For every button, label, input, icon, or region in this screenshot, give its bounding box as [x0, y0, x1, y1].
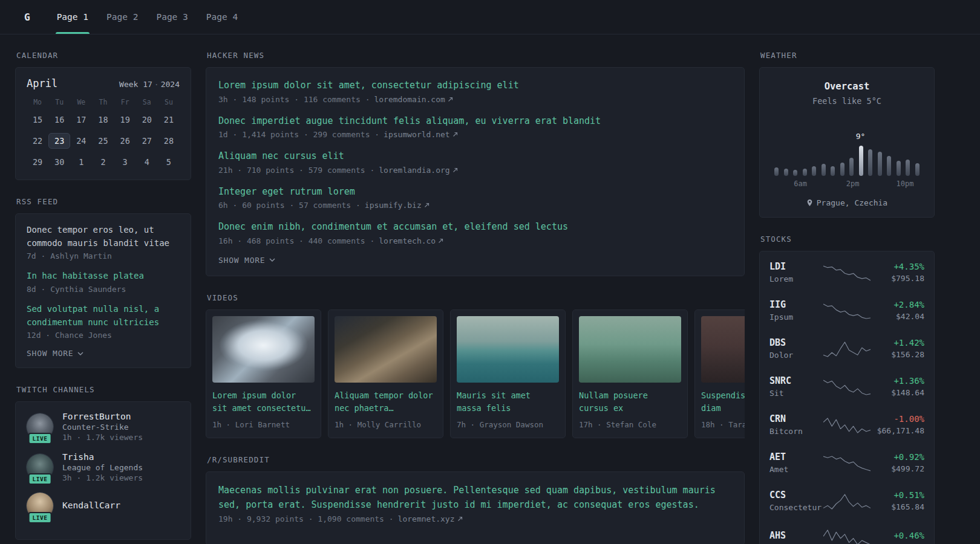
external-link-icon [448, 97, 453, 102]
twitch-channel-row[interactable]: LIVE ForrestBurton Counter-Strike 1h · 1… [27, 412, 180, 442]
tab-page-3[interactable]: Page 3 [155, 0, 189, 34]
hn-item-domain-link[interactable]: loremtech.co [379, 236, 443, 245]
hn-item-meta: 16h · 468 points · 440 comments · loremt… [218, 236, 732, 245]
video-title: Lorem ipsum dolor sit amet consectetu… [212, 389, 315, 415]
rss-item-link[interactable]: In hac habitasse platea [27, 270, 180, 283]
stock-price: $499.72 [871, 464, 924, 473]
dashboard-grid: CALENDAR April Week 17·2024 Mo Tu We Th … [0, 34, 980, 544]
stock-row[interactable]: CCS Consectetur +0.51% $165.84 [769, 482, 924, 520]
stock-id: IIG Ipsum [769, 299, 823, 322]
left-column: CALENDAR April Week 17·2024 Mo Tu We Th … [15, 51, 191, 544]
hn-item-domain-link[interactable]: loremdomain.com [374, 95, 452, 104]
stock-row[interactable]: DBS Dolor +1.42% $156.28 [769, 329, 924, 368]
hn-item-stats: 3h · 148 points · 116 comments · [218, 95, 370, 104]
hn-item-domain-link[interactable]: ipsumworld.net [384, 130, 458, 139]
hn-item: Aliquam nec cursus elit 21h · 710 points… [218, 149, 732, 175]
hn-item-link[interactable]: Aliquam nec cursus elit [218, 149, 732, 163]
hn-show-more-button[interactable]: SHOW MORE [218, 256, 732, 265]
video-card[interactable]: Mauris sit amet massa felis 7h · Grayson… [450, 309, 566, 438]
calendar-day: 4 [136, 154, 158, 170]
weather-bar [803, 169, 807, 176]
rss-item-link[interactable]: Donec tempor eros leo, ut commodo mauris… [27, 224, 180, 250]
hn-item-domain-link[interactable]: ipsumify.biz [365, 201, 430, 210]
hn-item-link[interactable]: Integer eget rutrum lorem [218, 185, 732, 199]
weather-bar [868, 149, 872, 176]
calendar-day: 28 [158, 133, 180, 149]
calendar-weekday: We [70, 98, 92, 106]
twitch-channel-meta: 1h · 1.7k viewers [62, 433, 143, 442]
twitch-channel-row[interactable]: LIVE KendallCarr [27, 493, 180, 519]
tab-page-1[interactable]: Page 1 [56, 0, 90, 34]
stock-row[interactable]: AET Amet +0.92% $499.72 [769, 444, 924, 482]
calendar-day: 17 [70, 112, 92, 128]
stock-row[interactable]: IIG Ipsum +2.84% $42.04 [769, 291, 924, 329]
external-link-icon [457, 516, 463, 522]
hn-item-domain: ipsumify.biz [365, 201, 422, 210]
rss-section: RSS FEED Donec tempor eros leo, ut commo… [15, 197, 191, 368]
stock-change: +0.51% [871, 490, 924, 500]
stock-id: LDI Lorem [769, 261, 823, 283]
stock-price: $148.64 [871, 388, 924, 397]
hn-item-stats: 21h · 710 points · 579 comments · [218, 166, 374, 175]
stock-ticker: CRN [769, 413, 823, 424]
tab-page-2[interactable]: Page 2 [105, 0, 139, 34]
rss-item-link[interactable]: Sed volutpat nulla nisl, a condimentum n… [27, 303, 180, 329]
video-meta: 17h · Stefan Cole [579, 420, 681, 429]
stock-row[interactable]: CRN Bitcorn -1.00% $66,171.48 [769, 406, 924, 444]
video-card[interactable]: Nullam posuere cursus ex 17h · Stefan Co… [572, 309, 688, 438]
app-logo[interactable]: G [24, 11, 30, 23]
weather-bar [822, 164, 826, 176]
hn-item-stats: 16h · 468 points · 440 comments · [218, 236, 374, 245]
stock-name: Consectetur [769, 503, 823, 512]
subreddit-post: Maecenas mollis pulvinar erat non posuer… [218, 483, 732, 523]
stock-price: $795.18 [871, 274, 924, 283]
hn-item-link[interactable]: Donec imperdiet augue tincidunt felis al… [218, 114, 732, 128]
rss-widget: Donec tempor eros leo, ut commodo mauris… [15, 213, 191, 368]
stock-row[interactable]: LDI Lorem +4.35% $795.18 [769, 253, 924, 291]
topbar: G Page 1 Page 2 Page 3 Page 4 [0, 0, 980, 34]
twitch-channel-meta: 3h · 1.2k viewers [62, 473, 143, 482]
calendar-week-year: Week 17·2024 [119, 80, 180, 89]
stocks-section: STOCKS LDI Lorem +4.35% $795.18 IIG [759, 235, 935, 544]
stock-ticker: DBS [769, 337, 823, 348]
calendar-widget: April Week 17·2024 Mo Tu We Th Fr Sa Su … [15, 67, 191, 180]
video-meta: 1h · Lori Barnett [212, 420, 315, 429]
twitch-channel-row[interactable]: LIVE Trisha League of Legends 3h · 1.2k … [27, 452, 180, 482]
hn-item-link[interactable]: Donec enim nibh, condimentum et accumsan… [218, 220, 732, 234]
hn-item-link[interactable]: Lorem ipsum dolor sit amet, consectetur … [218, 79, 732, 92]
live-badge: LIVE [28, 473, 52, 485]
hn-item-domain-link[interactable]: loremlandia.org [379, 166, 457, 175]
video-thumbnail [457, 316, 559, 383]
rss-show-more-button[interactable]: SHOW MORE [27, 349, 180, 358]
twitch-channel-info: Trisha League of Legends 3h · 1.2k viewe… [62, 452, 143, 482]
weather-location-label: Prague, Czechia [817, 198, 887, 207]
stock-values: -1.00% $66,171.48 [871, 414, 924, 435]
twitch-channel-game: Counter-Strike [62, 423, 143, 432]
subreddit-post-link[interactable]: Maecenas mollis pulvinar erat non posuer… [218, 483, 732, 512]
rss-item: Donec tempor eros leo, ut commodo mauris… [27, 224, 180, 261]
stock-sparkline [823, 302, 871, 320]
subreddit-domain-link[interactable]: loremnet.xyz [398, 514, 463, 523]
tab-page-4[interactable]: Page 4 [205, 0, 239, 34]
stock-name: Dolor [769, 351, 823, 360]
stock-row[interactable]: SNRC Sit +1.36% $148.64 [769, 368, 924, 406]
video-card[interactable]: Suspendisse diam 18h · Tara [694, 309, 745, 438]
stock-name: Amet [769, 465, 823, 474]
video-title: Suspendisse diam [701, 389, 745, 415]
calendar-weekday: Th [92, 98, 114, 106]
weather-bar [774, 167, 779, 176]
twitch-channel-name: ForrestBurton [62, 412, 143, 421]
hn-item-stats: 6h · 60 points · 57 comments · [218, 201, 361, 210]
twitch-section: TWITCH CHANNELS LIVE ForrestBurton Count… [15, 385, 191, 540]
stock-change: +2.84% [871, 300, 924, 309]
video-card[interactable]: Lorem ipsum dolor sit amet consectetu… 1… [206, 309, 321, 438]
avatar: LIVE [27, 493, 53, 519]
stock-row[interactable]: AHS +0.46% [769, 520, 924, 544]
stock-id: DBS Dolor [769, 337, 823, 360]
hacker-news-widget: Lorem ipsum dolor sit amet, consectetur … [206, 67, 745, 276]
subreddit-post-stats: 19h · 9,932 points · 1,090 comments · [218, 514, 394, 523]
weather-section: WEATHER Overcast Feels like 5°C 9° 6am2p… [759, 51, 935, 218]
calendar-day: 30 [48, 154, 70, 170]
video-card[interactable]: Aliquam tempor dolor nec phaetra… 1h · M… [328, 309, 443, 438]
stock-ticker: AET [769, 452, 823, 462]
